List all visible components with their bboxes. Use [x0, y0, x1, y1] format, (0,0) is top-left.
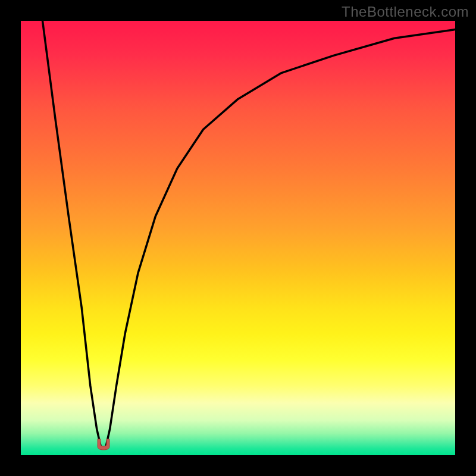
plot-area: [21, 21, 455, 455]
u-notch-icon: [98, 439, 109, 450]
optimum-marker: [95, 438, 112, 451]
curve-svg: [21, 21, 455, 455]
chart-frame: TheBottleneck.com: [0, 0, 476, 476]
deviation-curve-path: [43, 21, 456, 449]
watermark-text: TheBottleneck.com: [342, 4, 469, 20]
